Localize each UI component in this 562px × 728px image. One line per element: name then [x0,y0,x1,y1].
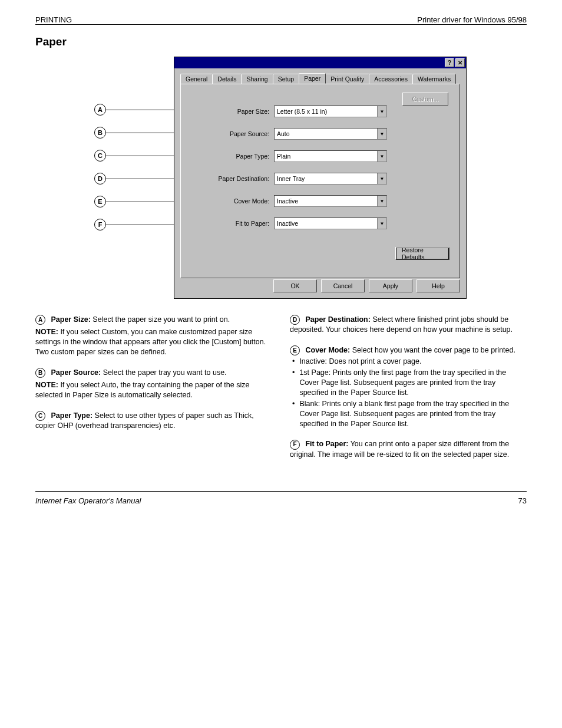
callout-b-inline: B [35,368,45,378]
tab-setup[interactable]: Setup [273,74,299,84]
tab-paper[interactable]: Paper [299,73,326,84]
entry-a-note-label: NOTE: [35,328,58,336]
descriptions-right: D Paper Destination: Select where finish… [290,315,527,470]
entry-e-body: Select how you want the cover page to be… [352,346,515,354]
header-rule [35,24,527,25]
entry-e: E Cover Mode: Select how you want the co… [290,345,527,429]
entry-e-bullet-2: Blank: Prints only a blank first page fr… [299,399,527,429]
paper-destination-select[interactable]: Inner Tray ▼ [274,173,387,185]
figure: A B C D E F ? ✕ General Details Sharing … [35,57,527,304]
chevron-down-icon: ▼ [377,218,386,229]
fit-to-paper-value: Inactive [275,220,377,227]
entry-e-bullet-1: 1st Page: Prints only the first page fro… [299,368,527,398]
descriptions: A Paper Size: Select the paper size you … [35,315,527,470]
callout-a-marker: A [94,104,106,116]
ok-button[interactable]: OK [273,279,317,292]
entry-b-body: Select the paper tray you want to use. [103,368,227,377]
paper-source-select[interactable]: Auto ▼ [274,128,387,140]
entry-a-title: Paper Size: [51,315,90,324]
fit-to-paper-select[interactable]: Inactive ▼ [274,218,387,229]
callout-e-marker: E [94,196,106,207]
footer: Internet Fax Operator's Manual 73 [35,491,527,505]
close-icon[interactable]: ✕ [455,58,465,67]
help-button[interactable]: Help [416,279,460,292]
entry-a: A Paper Size: Select the paper size you … [35,315,272,357]
paper-source-label: Paper Source: [187,130,274,137]
tab-details[interactable]: Details [212,74,242,84]
paper-type-value: Plain [275,153,377,160]
paper-size-value: Letter (8.5 x 11 in) [275,108,377,115]
chevron-down-icon: ▼ [377,173,386,184]
tab-print-quality[interactable]: Print Quality [325,74,369,84]
paper-destination-label: Paper Destination: [187,175,274,182]
paper-type-select[interactable]: Plain ▼ [274,150,387,162]
callout-f-inline: F [290,440,300,450]
tab-strip: General Details Sharing Setup Paper Prin… [180,73,460,84]
callout-f-marker: F [94,219,106,230]
paper-destination-value: Inner Tray [275,175,377,182]
apply-button[interactable]: Apply [369,279,412,292]
cover-mode-value: Inactive [275,197,377,205]
callout-d-marker: D [94,173,106,185]
entry-d: D Paper Destination: Select where finish… [290,315,527,335]
entry-f: F Fit to Paper: You can print onto a pap… [290,439,527,459]
tab-area: General Details Sharing Setup Paper Prin… [174,68,466,284]
tab-sharing[interactable]: Sharing [241,74,273,84]
footer-page: 73 [518,496,527,505]
section-heading: Paper [35,35,527,48]
entry-b-note: If you select Auto, the tray containing … [35,381,249,399]
callout-e-inline: E [290,345,300,355]
entry-d-title: Paper Destination: [305,315,370,324]
help-icon[interactable]: ? [445,58,454,67]
restore-defaults-button[interactable]: Restore Defaults [395,247,449,260]
header-subsection: Printer driver for Windows 95/98 [417,15,527,24]
tabpanel-paper: Paper Size: Letter (8.5 x 11 in) ▼ Custo… [180,84,460,278]
titlebar: ? ✕ [174,57,466,68]
entry-e-title: Cover Mode: [305,346,350,354]
chevron-down-icon: ▼ [377,106,386,117]
entry-b-title: Paper Source: [51,368,101,377]
callout-c-inline: C [35,411,45,421]
header-section: PRINTING [35,15,72,24]
paper-size-label: Paper Size: [187,108,274,115]
entry-b-note-label: NOTE: [35,381,58,389]
tab-watermarks[interactable]: Watermarks [412,74,456,84]
entry-b: B Paper Source: Select the paper tray yo… [35,368,272,400]
tab-accessories[interactable]: Accessories [369,74,413,84]
cover-mode-select[interactable]: Inactive ▼ [274,195,387,207]
callout-d-inline: D [290,315,300,325]
descriptions-left: A Paper Size: Select the paper size you … [35,315,272,470]
footer-title: Internet Fax Operator's Manual [35,496,141,505]
entry-c: C Paper Type: Select to use other types … [35,411,272,431]
entry-f-title: Fit to Paper: [305,440,348,448]
paper-source-value: Auto [275,130,377,137]
tab-general[interactable]: General [180,74,213,84]
callout-a-inline: A [35,315,45,325]
cancel-button[interactable]: Cancel [321,279,365,292]
entry-e-bullet-0: Inactive: Does not print a cover page. [299,357,421,367]
paper-size-select[interactable]: Letter (8.5 x 11 in) ▼ [274,106,387,117]
callout-c-marker: C [94,150,106,162]
callout-b-marker: B [94,127,106,139]
chevron-down-icon: ▼ [377,196,386,206]
entry-c-title: Paper Type: [51,411,92,420]
entry-a-body: Select the paper size you want to print … [92,315,230,324]
chevron-down-icon: ▼ [377,151,386,162]
chevron-down-icon: ▼ [377,129,386,139]
custom-button: Custom... [402,93,448,106]
entry-a-note: If you select Custom, you can make custo… [35,328,266,356]
cover-mode-label: Cover Mode: [187,197,274,205]
dialog-button-row: OK Cancel Apply Help [174,279,466,292]
paper-type-label: Paper Type: [187,153,274,160]
fit-to-paper-label: Fit to Paper: [187,220,274,227]
properties-dialog: ? ✕ General Details Sharing Setup Paper … [174,57,467,299]
